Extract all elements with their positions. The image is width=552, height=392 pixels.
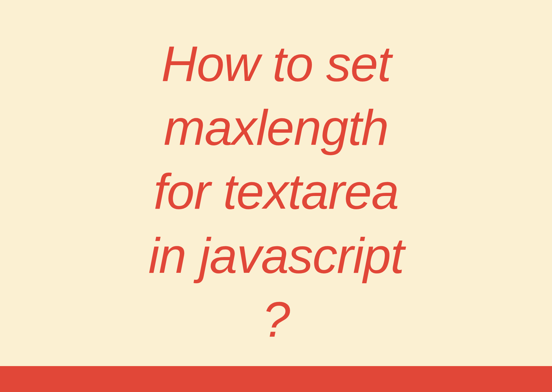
title-line-4: in javascript (148, 228, 403, 283)
title-line-1: How to set (161, 36, 391, 91)
bottom-accent-bar (0, 366, 552, 392)
title-line-3: for textarea (154, 163, 398, 219)
title-line-2: maxlength (164, 100, 388, 155)
page-title: How to set maxlength for textarea in jav… (0, 32, 552, 351)
title-line-5: ? (263, 291, 290, 347)
